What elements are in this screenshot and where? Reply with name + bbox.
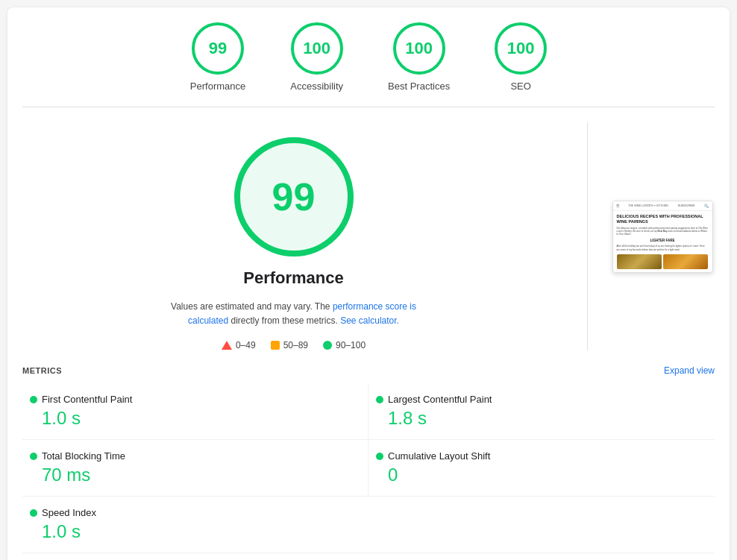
metric-value-tbt: 70 ms	[42, 465, 360, 485]
fail-icon	[222, 341, 232, 350]
score-label-performance: Performance	[190, 81, 245, 92]
metrics-header: METRICS Expand view	[22, 365, 715, 376]
metrics-label: METRICS	[22, 366, 62, 375]
fail-range: 0–49	[236, 340, 256, 350]
score-item-accessibility: 100 Accessibility	[290, 22, 343, 92]
preview-body-text2: After all the holiday fun and food many …	[617, 245, 709, 251]
metric-value-cls: 0	[388, 465, 707, 485]
score-item-performance: 99 Performance	[190, 22, 245, 92]
calculator-link[interactable]: See calculator.	[340, 315, 399, 326]
metric-value-lcp: 1.8 s	[388, 408, 707, 429]
average-icon	[271, 341, 280, 350]
score-item-best-practices: 100 Best Practices	[388, 22, 450, 92]
score-label-best-practices: Best Practices	[388, 81, 450, 92]
average-range: 50–89	[283, 340, 308, 350]
metric-dot-cls	[376, 453, 383, 460]
metrics-grid: First Contentful Paint 1.0 s Largest Con…	[22, 383, 715, 553]
left-panel: 99 Performance Values are estimated and …	[22, 122, 565, 350]
metric-dot-lcp	[376, 396, 383, 403]
legend: 0–49 50–89 90–100	[222, 340, 366, 350]
metric-value-si: 1.0 s	[42, 521, 707, 542]
metric-cell-si: Speed Index 1.0 s	[22, 497, 715, 553]
metric-name-lcp: Largest Contentful Paint	[388, 394, 492, 405]
metric-dot-si	[30, 509, 37, 517]
right-panel: ☰ THE WINE LOVER'S ✂ KITCHEN SUBSCRIBE 🔍…	[610, 122, 715, 350]
score-circle-accessibility: 100	[291, 22, 343, 75]
scores-row: 99 Performance 100 Accessibility 100 Bes…	[22, 22, 715, 107]
preview-images	[617, 254, 709, 269]
metric-dot-fcp	[30, 396, 37, 403]
score-label-seo: SEO	[510, 81, 530, 92]
legend-fail: 0–49	[222, 340, 256, 350]
metric-cell-lcp: Largest Contentful Paint 1.8 s	[368, 383, 715, 440]
good-range: 90–100	[336, 340, 366, 350]
metric-name-si: Speed Index	[42, 507, 96, 518]
perf-desc: Values are estimated and may vary. The p…	[152, 300, 436, 328]
metric-cell-fcp: First Contentful Paint 1.0 s	[22, 383, 368, 440]
preview-body: DELICIOUS RECIPES WITH PROFESSIONAL WINE…	[613, 211, 712, 272]
metric-cell-tbt: Total Blocking Time 70 ms	[22, 440, 368, 497]
legend-average: 50–89	[271, 340, 308, 350]
metric-dot-tbt	[30, 453, 37, 460]
good-icon	[323, 341, 332, 350]
website-preview: ☰ THE WINE LOVER'S ✂ KITCHEN SUBSCRIBE 🔍…	[612, 201, 713, 273]
main-content: 99 Performance Values are estimated and …	[22, 122, 715, 350]
metric-name-fcp: First Contentful Paint	[42, 394, 132, 405]
score-circle-seo: 100	[495, 22, 547, 75]
metric-value-fcp: 1.0 s	[42, 408, 360, 429]
metric-name-row-fcp: First Contentful Paint	[30, 394, 360, 405]
preview-subtitle: LIGHTER FARE	[617, 239, 709, 242]
divider	[587, 122, 588, 350]
big-score-circle: 99	[234, 137, 354, 257]
score-item-seo: 100 SEO	[495, 22, 547, 92]
preview-img-1	[617, 254, 662, 269]
preview-header: ☰ THE WINE LOVER'S ✂ KITCHEN SUBSCRIBE 🔍	[613, 201, 712, 211]
desc-text-1: Values are estimated and may vary. The	[171, 301, 330, 312]
big-score-value: 99	[272, 174, 316, 219]
perf-title: Performance	[243, 268, 344, 288]
score-label-accessibility: Accessibility	[290, 81, 343, 92]
preview-site-name: THE WINE LOVER'S ✂ KITCHEN	[628, 204, 668, 207]
score-circle-best-practices: 100	[393, 22, 445, 75]
preview-title: DELICIOUS RECIPES WITH PROFESSIONAL WINE…	[617, 214, 709, 224]
metric-name-row-lcp: Largest Contentful Paint	[376, 394, 707, 405]
desc-text-2: directly from these metrics.	[230, 315, 337, 326]
expand-view-button[interactable]: Expand view	[664, 365, 715, 376]
metric-name-row-tbt: Total Blocking Time	[30, 450, 360, 462]
metric-name-row-cls: Cumulative Layout Shift	[376, 450, 707, 462]
score-circle-performance: 99	[192, 22, 244, 75]
legend-good: 90–100	[323, 340, 366, 350]
preview-img-2	[663, 254, 708, 269]
main-card: 99 Performance 100 Accessibility 100 Bes…	[7, 7, 730, 560]
metric-name-row-si: Speed Index	[30, 507, 707, 518]
metric-cell-cls: Cumulative Layout Shift 0	[368, 440, 715, 497]
preview-body-text: Get delicious recipes, complete with pro…	[617, 227, 709, 236]
metric-name-tbt: Total Blocking Time	[42, 450, 125, 462]
metric-name-cls: Cumulative Layout Shift	[388, 450, 490, 462]
